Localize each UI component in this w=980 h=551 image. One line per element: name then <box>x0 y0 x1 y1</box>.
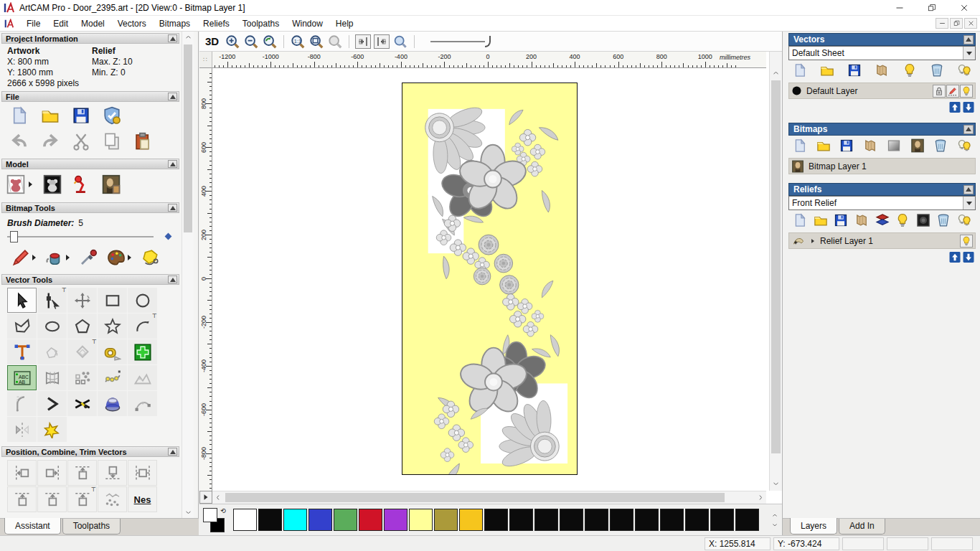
flood-fill-icon[interactable] <box>45 248 64 267</box>
palette-swatch-14[interactable] <box>585 509 608 531</box>
project-information-header[interactable]: Project Information <box>1 33 179 44</box>
layer-colour-swatch[interactable] <box>791 85 802 96</box>
scroll-down-arrow[interactable] <box>182 507 194 518</box>
model-wizard-icon[interactable] <box>103 106 121 125</box>
bitmap-tools-header[interactable]: Bitmap Tools <box>1 202 179 213</box>
new-bitmap-layer-icon[interactable] <box>793 138 807 153</box>
palette-swatch-16[interactable] <box>635 509 659 531</box>
palette-swatch-19[interactable] <box>710 509 734 531</box>
collapse-button[interactable] <box>963 185 974 194</box>
invert-model-icon[interactable] <box>42 174 62 195</box>
merge-layers-icon[interactable] <box>854 213 869 227</box>
spin-relief-tool[interactable] <box>98 391 127 416</box>
new-vector-layer-icon[interactable] <box>793 63 807 77</box>
flyout-arrow-icon[interactable] <box>128 255 131 260</box>
mdi-restore-button[interactable] <box>950 18 963 29</box>
palette-swatch-7[interactable] <box>409 509 433 531</box>
zoom-slider-handle[interactable] <box>485 36 491 47</box>
mirror-vectors-tool-disabled[interactable] <box>7 417 37 442</box>
paste-along-curve-tool[interactable] <box>98 365 127 390</box>
layer-visibility-button[interactable] <box>960 85 973 98</box>
paste-icon[interactable] <box>133 132 152 151</box>
palette-swatch-12[interactable] <box>534 509 558 531</box>
centre-vertical-tool[interactable]: ⊤ <box>67 486 97 512</box>
scatter-copies-tool[interactable] <box>98 486 127 512</box>
bitmaps-section-header[interactable]: Bitmaps <box>788 123 976 136</box>
expand-arrow-icon[interactable] <box>810 237 816 245</box>
align-centre-tool[interactable] <box>128 460 157 486</box>
greyscale-preview-icon[interactable] <box>916 213 930 227</box>
edit-layer-button[interactable] <box>946 85 959 98</box>
palette-swatch-11[interactable] <box>509 509 533 531</box>
relief-layer-row[interactable]: Relief Layer 1 <box>788 232 976 249</box>
menu-window[interactable]: Window <box>286 17 329 31</box>
toggle-all-visibility-icon[interactable] <box>957 63 971 77</box>
layer-name[interactable]: Bitmap Layer 1 <box>809 161 867 171</box>
cut-icon[interactable] <box>72 132 90 151</box>
palette-swatch-9[interactable] <box>459 509 483 531</box>
toggle-visibility-icon[interactable] <box>903 63 917 77</box>
create-text-tool[interactable] <box>7 339 37 364</box>
primary-secondary-colours[interactable]: ⟲ <box>203 508 227 532</box>
scroll-up-arrow[interactable] <box>770 67 782 79</box>
palette-swatch-18[interactable] <box>685 509 709 531</box>
create-arc-tool[interactable]: ⊤ <box>128 314 157 339</box>
block-copy-tool[interactable] <box>67 365 97 390</box>
colour-palette-icon[interactable] <box>107 248 126 267</box>
set-model-size-icon[interactable] <box>6 174 26 195</box>
fillet-tool-disabled[interactable] <box>7 391 37 416</box>
snap-toggle-right-button[interactable] <box>374 34 390 49</box>
create-polygon-tool[interactable] <box>67 314 97 339</box>
create-ellipse-tool[interactable] <box>37 314 67 339</box>
text-block-tool[interactable]: ABCAB <box>7 365 37 390</box>
lock-layer-button[interactable] <box>933 85 946 98</box>
palette-swatch-5[interactable] <box>359 509 382 531</box>
palette-swatch-3[interactable] <box>308 509 332 531</box>
palette-swatch-17[interactable] <box>660 509 684 531</box>
create-star-tool[interactable] <box>98 314 127 339</box>
reliefs-section-header[interactable]: Reliefs <box>788 183 976 196</box>
zoom-to-box-icon[interactable] <box>308 34 324 50</box>
vector-layer-row[interactable]: Default Layer <box>788 83 976 99</box>
bitmap-layer-row[interactable]: Bitmap Layer 1 <box>788 158 976 174</box>
menu-edit[interactable]: Edit <box>47 17 75 31</box>
palette-swatch-15[interactable] <box>610 509 633 531</box>
collapse-button[interactable] <box>168 276 177 283</box>
menu-bitmaps[interactable]: Bitmaps <box>153 17 197 31</box>
scroll-down-arrow[interactable] <box>770 478 782 489</box>
save-vector-layer-icon[interactable] <box>847 63 862 77</box>
merge-layers-icon[interactable] <box>863 138 877 153</box>
new-relief-layer-icon[interactable] <box>793 213 807 227</box>
open-relief-layer-icon[interactable] <box>814 213 828 227</box>
minimize-button[interactable] <box>883 0 915 16</box>
wrap-text-tool-disabled[interactable] <box>37 339 67 364</box>
scroll-left-arrow[interactable] <box>212 492 224 504</box>
dropdown-arrow-icon[interactable] <box>963 47 975 60</box>
create-vector-boundary-tool[interactable] <box>128 339 157 364</box>
snap-toggle-left-button[interactable] <box>355 34 371 49</box>
menu-reliefs[interactable]: Reliefs <box>197 17 236 31</box>
slider-track[interactable] <box>7 236 154 237</box>
delete-layer-icon[interactable] <box>933 138 948 153</box>
node-editing-tool[interactable]: ⊤ <box>37 288 67 313</box>
assistant-scrollbar[interactable] <box>182 32 194 518</box>
collapse-button[interactable] <box>963 125 974 134</box>
palette-swatch-4[interactable] <box>334 509 357 531</box>
greyscale-icon[interactable] <box>887 138 901 153</box>
envelope-distort-tool[interactable] <box>37 365 67 390</box>
collapse-button[interactable] <box>963 35 974 44</box>
relief-selector[interactable]: Front Relief <box>788 196 976 210</box>
scroll-up-arrow[interactable] <box>182 32 194 43</box>
ruler-toggle-button[interactable] <box>199 491 212 504</box>
save-model-icon[interactable] <box>72 106 90 125</box>
menu-help[interactable]: Help <box>329 17 360 31</box>
merge-layers-icon[interactable] <box>875 63 889 77</box>
tab-assistant[interactable]: Assistant <box>4 518 61 534</box>
menu-toolpaths[interactable]: Toolpaths <box>236 17 286 31</box>
save-bitmap-layer-icon[interactable] <box>839 138 854 153</box>
combine-reliefs-icon[interactable] <box>875 213 890 227</box>
redo-icon[interactable] <box>41 132 60 151</box>
palette-scroll-down[interactable] <box>771 522 778 527</box>
mdi-minimize-button[interactable] <box>936 18 948 29</box>
palette-swatch-13[interactable] <box>560 509 583 531</box>
